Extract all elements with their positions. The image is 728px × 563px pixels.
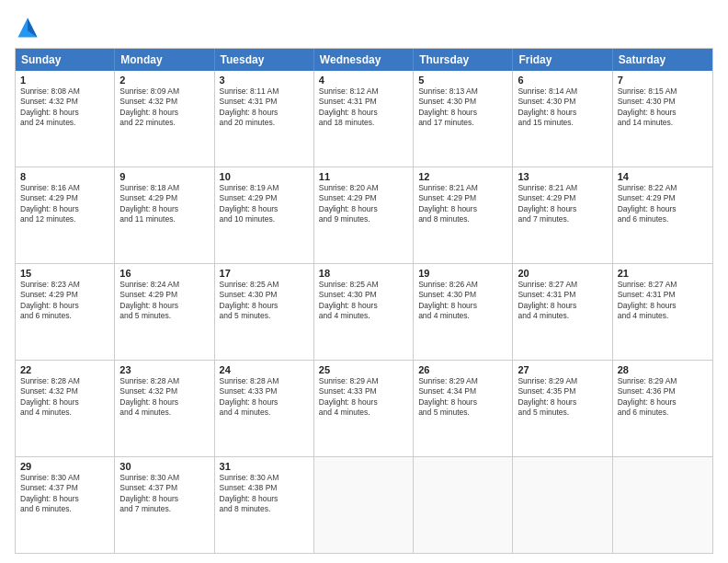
day-number: 19 [418,268,507,279]
header-day-wednesday: Wednesday [314,49,414,71]
calendar-cell: 9Sunrise: 8:18 AM Sunset: 4:29 PM Daylig… [115,167,214,263]
calendar-body: 1Sunrise: 8:08 AM Sunset: 4:32 PM Daylig… [16,71,712,553]
day-number: 4 [319,75,408,86]
calendar-cell [314,457,414,553]
calendar-cell: 1Sunrise: 8:08 AM Sunset: 4:32 PM Daylig… [16,71,115,167]
cell-info: Sunrise: 8:13 AM Sunset: 4:30 PM Dayligh… [418,86,507,129]
cell-info: Sunrise: 8:21 AM Sunset: 4:29 PM Dayligh… [518,183,607,225]
cell-info: Sunrise: 8:22 AM Sunset: 4:29 PM Dayligh… [618,183,708,225]
calendar-cell [613,457,712,553]
calendar-cell: 30Sunrise: 8:30 AM Sunset: 4:37 PM Dayli… [115,457,214,553]
day-number: 11 [319,171,408,182]
day-number: 30 [119,461,209,472]
calendar-cell: 6Sunrise: 8:14 AM Sunset: 4:30 PM Daylig… [513,71,612,167]
day-number: 15 [20,268,109,279]
calendar-cell: 25Sunrise: 8:29 AM Sunset: 4:33 PM Dayli… [314,361,414,456]
calendar-cell: 12Sunrise: 8:21 AM Sunset: 4:29 PM Dayli… [414,167,513,263]
cell-info: Sunrise: 8:23 AM Sunset: 4:29 PM Dayligh… [20,280,109,322]
day-number: 29 [20,461,109,472]
day-number: 7 [618,75,708,86]
cell-info: Sunrise: 8:25 AM Sunset: 4:30 PM Dayligh… [319,280,408,322]
cell-info: Sunrise: 8:19 AM Sunset: 4:29 PM Dayligh… [220,183,309,225]
day-number: 14 [618,171,708,182]
calendar-row-4: 22Sunrise: 8:28 AM Sunset: 4:32 PM Dayli… [16,360,712,456]
header-day-monday: Monday [115,49,214,71]
cell-info: Sunrise: 8:21 AM Sunset: 4:29 PM Dayligh… [418,183,507,225]
cell-info: Sunrise: 8:25 AM Sunset: 4:30 PM Dayligh… [220,280,309,322]
calendar-cell: 7Sunrise: 8:15 AM Sunset: 4:30 PM Daylig… [613,71,712,167]
calendar-row-5: 29Sunrise: 8:30 AM Sunset: 4:37 PM Dayli… [16,456,712,553]
cell-info: Sunrise: 8:28 AM Sunset: 4:32 PM Dayligh… [119,376,209,419]
calendar-cell: 23Sunrise: 8:28 AM Sunset: 4:32 PM Dayli… [115,361,214,456]
day-number: 23 [119,364,209,375]
calendar-row-1: 1Sunrise: 8:08 AM Sunset: 4:32 PM Daylig… [16,71,712,167]
day-number: 16 [119,268,209,279]
cell-info: Sunrise: 8:30 AM Sunset: 4:37 PM Dayligh… [119,473,209,515]
cell-info: Sunrise: 8:29 AM Sunset: 4:33 PM Dayligh… [319,376,408,419]
calendar-cell: 19Sunrise: 8:26 AM Sunset: 4:30 PM Dayli… [414,264,513,360]
header-day-saturday: Saturday [613,49,712,71]
calendar-cell [513,457,612,553]
calendar-row-2: 8Sunrise: 8:16 AM Sunset: 4:29 PM Daylig… [16,167,712,263]
calendar-cell: 4Sunrise: 8:12 AM Sunset: 4:31 PM Daylig… [314,71,414,167]
page: SundayMondayTuesdayWednesdayThursdayFrid… [0,0,728,563]
calendar-header: SundayMondayTuesdayWednesdayThursdayFrid… [16,49,712,71]
calendar-cell: 28Sunrise: 8:29 AM Sunset: 4:36 PM Dayli… [613,361,712,456]
day-number: 27 [518,364,607,375]
calendar-cell: 20Sunrise: 8:27 AM Sunset: 4:31 PM Dayli… [513,264,612,360]
cell-info: Sunrise: 8:28 AM Sunset: 4:33 PM Dayligh… [220,376,309,419]
calendar-cell: 2Sunrise: 8:09 AM Sunset: 4:32 PM Daylig… [115,71,214,167]
cell-info: Sunrise: 8:16 AM Sunset: 4:29 PM Dayligh… [20,183,109,225]
header-day-tuesday: Tuesday [215,49,314,71]
day-number: 28 [618,364,708,375]
cell-info: Sunrise: 8:24 AM Sunset: 4:29 PM Dayligh… [119,280,209,322]
logo [15,15,44,40]
day-number: 3 [220,75,309,86]
calendar-cell: 29Sunrise: 8:30 AM Sunset: 4:37 PM Dayli… [16,457,115,553]
day-number: 26 [418,364,507,375]
cell-info: Sunrise: 8:27 AM Sunset: 4:31 PM Dayligh… [518,280,607,322]
header-day-friday: Friday [513,49,612,71]
day-number: 17 [220,268,309,279]
calendar-cell: 22Sunrise: 8:28 AM Sunset: 4:32 PM Dayli… [16,361,115,456]
cell-info: Sunrise: 8:30 AM Sunset: 4:38 PM Dayligh… [220,473,309,515]
day-number: 1 [20,75,109,86]
calendar-cell: 16Sunrise: 8:24 AM Sunset: 4:29 PM Dayli… [115,264,214,360]
calendar-cell: 27Sunrise: 8:29 AM Sunset: 4:35 PM Dayli… [513,361,612,456]
day-number: 6 [518,75,607,86]
cell-info: Sunrise: 8:30 AM Sunset: 4:37 PM Dayligh… [20,473,109,515]
calendar-cell: 18Sunrise: 8:25 AM Sunset: 4:30 PM Dayli… [314,264,414,360]
cell-info: Sunrise: 8:11 AM Sunset: 4:31 PM Dayligh… [220,86,309,129]
calendar-row-3: 15Sunrise: 8:23 AM Sunset: 4:29 PM Dayli… [16,263,712,360]
day-number: 21 [618,268,708,279]
day-number: 5 [418,75,507,86]
day-number: 13 [518,171,607,182]
cell-info: Sunrise: 8:28 AM Sunset: 4:32 PM Dayligh… [20,376,109,419]
cell-info: Sunrise: 8:26 AM Sunset: 4:30 PM Dayligh… [418,280,507,322]
cell-info: Sunrise: 8:20 AM Sunset: 4:29 PM Dayligh… [319,183,408,225]
day-number: 8 [20,171,109,182]
day-number: 2 [119,75,209,86]
header-day-sunday: Sunday [16,49,115,71]
logo-icon [15,15,40,40]
calendar-cell: 11Sunrise: 8:20 AM Sunset: 4:29 PM Dayli… [314,167,414,263]
day-number: 22 [20,364,109,375]
cell-info: Sunrise: 8:12 AM Sunset: 4:31 PM Dayligh… [319,86,408,129]
cell-info: Sunrise: 8:29 AM Sunset: 4:35 PM Dayligh… [518,376,607,419]
calendar-cell: 8Sunrise: 8:16 AM Sunset: 4:29 PM Daylig… [16,167,115,263]
calendar-cell: 21Sunrise: 8:27 AM Sunset: 4:31 PM Dayli… [613,264,712,360]
calendar-cell: 3Sunrise: 8:11 AM Sunset: 4:31 PM Daylig… [215,71,314,167]
cell-info: Sunrise: 8:09 AM Sunset: 4:32 PM Dayligh… [119,86,209,129]
calendar-cell [414,457,513,553]
cell-info: Sunrise: 8:18 AM Sunset: 4:29 PM Dayligh… [119,183,209,225]
cell-info: Sunrise: 8:08 AM Sunset: 4:32 PM Dayligh… [20,86,109,129]
cell-info: Sunrise: 8:29 AM Sunset: 4:34 PM Dayligh… [418,376,507,419]
cell-info: Sunrise: 8:15 AM Sunset: 4:30 PM Dayligh… [618,86,708,129]
calendar: SundayMondayTuesdayWednesdayThursdayFrid… [15,48,713,554]
day-number: 24 [220,364,309,375]
calendar-cell: 13Sunrise: 8:21 AM Sunset: 4:29 PM Dayli… [513,167,612,263]
calendar-cell: 17Sunrise: 8:25 AM Sunset: 4:30 PM Dayli… [215,264,314,360]
calendar-cell: 31Sunrise: 8:30 AM Sunset: 4:38 PM Dayli… [215,457,314,553]
calendar-cell: 10Sunrise: 8:19 AM Sunset: 4:29 PM Dayli… [215,167,314,263]
cell-info: Sunrise: 8:29 AM Sunset: 4:36 PM Dayligh… [618,376,708,419]
